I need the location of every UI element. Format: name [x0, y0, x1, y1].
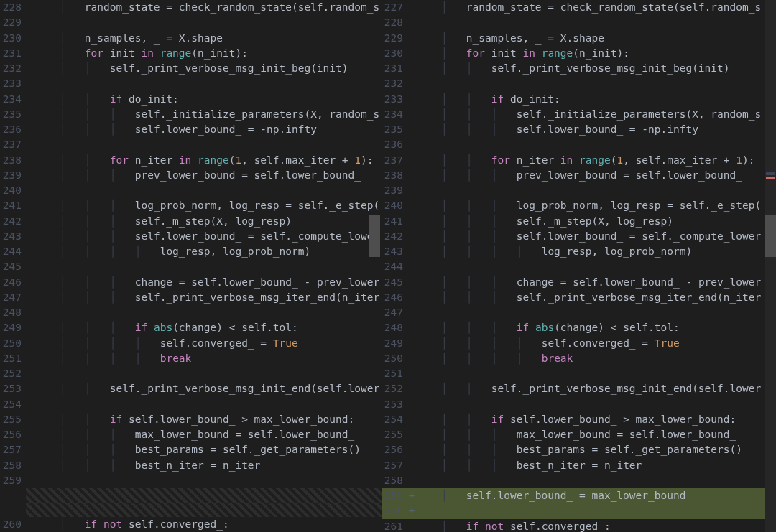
code-line[interactable]: 228: [382, 15, 776, 30]
code-line[interactable]: 229: [0, 15, 382, 30]
scrollbar-thumb[interactable]: [765, 215, 776, 257]
code-line[interactable]: 234 │ │ if do_init:: [0, 92, 382, 107]
code-text: │ │ if self.lower_bound_ > max_lower_bou…: [34, 412, 354, 427]
code-line[interactable]: 243 │ │ │ │ log_resp, log_prob_norm): [382, 244, 776, 259]
code-line[interactable]: 232: [382, 76, 776, 91]
diff-added-line[interactable]: 260+: [382, 503, 776, 518]
code-line[interactable]: 254 │ │ if self.lower_bound_ > max_lower…: [382, 412, 776, 427]
code-line[interactable]: 252 │ │ self._print_verbose_msg_init_end…: [382, 381, 776, 396]
code-line[interactable]: 230 │ n_samples, _ = X.shape: [0, 31, 382, 46]
diff-sign: [407, 0, 416, 15]
code-text: │ │ │ best_params = self._get_parameters…: [416, 442, 742, 457]
code-line[interactable]: 252: [0, 366, 382, 381]
code-line[interactable]: 237 │ │ for n_iter in range(1, self.max_…: [382, 153, 776, 168]
code-line[interactable]: 235 │ │ │ self._initialize_parameters(X,…: [0, 107, 382, 122]
code-line[interactable]: 244 │ │ │ │ log_resp, log_prob_norm): [0, 244, 382, 259]
diff-sign: [407, 153, 416, 168]
code-text: │ │ │ prev_lower_bound = self.lower_boun…: [416, 168, 742, 183]
diff-sign: [407, 107, 416, 122]
diff-sign: [407, 168, 416, 183]
code-line[interactable]: 228 │ random_state = check_random_state(…: [0, 0, 382, 15]
code-line[interactable]: 250 │ │ │ │ break: [382, 351, 776, 366]
code-line[interactable]: 261 │ if not self.converged_:: [382, 519, 776, 533]
code-text: │ │ │ │ self.converged_ = True: [416, 336, 680, 351]
left-scrollbar-thumb[interactable]: [369, 215, 380, 257]
code-line[interactable]: 244: [382, 259, 776, 274]
diff-sign: [26, 168, 34, 183]
code-line[interactable]: 239: [382, 183, 776, 198]
code-line[interactable]: 253 │ │ self._print_verbose_msg_init_end…: [0, 381, 382, 396]
code-line[interactable]: 243 │ │ │ self.lower_bound_ = self._comp…: [0, 229, 382, 244]
diff-sign: [407, 76, 416, 91]
line-number: 248: [382, 320, 407, 335]
line-number: 259: [0, 473, 26, 488]
code-line[interactable]: 251: [382, 366, 776, 381]
code-line[interactable]: 254: [0, 397, 382, 412]
code-line[interactable]: 246 │ │ │ change = self.lower_bound_ - p…: [0, 275, 382, 290]
code-line[interactable]: 258: [382, 473, 776, 488]
code-line[interactable]: 258 │ │ │ best_n_iter = n_iter: [0, 458, 382, 473]
code-line[interactable]: 247 │ │ │ self._print_verbose_msg_iter_e…: [0, 290, 382, 305]
line-number: 228: [382, 15, 407, 30]
code-line[interactable]: 235 │ │ │ self.lower_bound_ = -np.infty: [382, 122, 776, 137]
code-line[interactable]: 227 │ random_state = check_random_state(…: [382, 0, 776, 15]
line-number: 251: [382, 366, 407, 381]
diff-filler-line[interactable]: [0, 488, 382, 503]
code-line[interactable]: 237: [0, 137, 382, 152]
code-line[interactable]: 242 │ │ │ self.lower_bound_ = self._comp…: [382, 229, 776, 244]
code-line[interactable]: 255 │ │ │ max_lower_bound = self.lower_b…: [382, 427, 776, 442]
diff-sign: [407, 198, 416, 213]
code-line[interactable]: 250 │ │ │ │ self.converged_ = True: [0, 336, 382, 351]
code-line[interactable]: 236: [382, 137, 776, 152]
diff-added-line[interactable]: 259+ │ self.lower_bound_ = max_lower_bou…: [382, 488, 776, 503]
code-line[interactable]: 234 │ │ │ self._initialize_parameters(X,…: [382, 107, 776, 122]
code-text: │ │ │ best_n_iter = n_iter: [416, 458, 642, 473]
code-line[interactable]: 247: [382, 305, 776, 320]
code-line[interactable]: 257 │ │ │ best_n_iter = n_iter: [382, 458, 776, 473]
code-line[interactable]: 242 │ │ │ self._m_step(X, log_resp): [0, 214, 382, 229]
code-line[interactable]: 233: [0, 76, 382, 91]
code-line[interactable]: 231 │ for init in range(n_init):: [0, 46, 382, 61]
diff-filler-line[interactable]: [0, 503, 382, 517]
code-text: │ │ for n_iter in range(1, self.max_iter…: [34, 153, 374, 168]
code-line[interactable]: 238 │ │ │ prev_lower_bound = self.lower_…: [382, 168, 776, 183]
code-line[interactable]: 245: [0, 259, 382, 274]
code-line[interactable]: 241 │ │ │ log_prob_norm, log_resp = self…: [0, 198, 382, 213]
code-line[interactable]: 241 │ │ │ self._m_step(X, log_resp): [382, 214, 776, 229]
diff-sign: [26, 473, 34, 488]
left-pane[interactable]: 228 │ random_state = check_random_state(…: [0, 0, 382, 532]
code-line[interactable]: 229 │ n_samples, _ = X.shape: [382, 31, 776, 46]
code-line[interactable]: 251 │ │ │ │ break: [0, 351, 382, 366]
code-line[interactable]: 236 │ │ │ self.lower_bound_ = -np.infty: [0, 122, 382, 137]
code-line[interactable]: 248: [0, 305, 382, 320]
code-line[interactable]: 253: [382, 397, 776, 412]
code-line[interactable]: 230 │ for init in range(n_init):: [382, 46, 776, 61]
code-text: │ n_samples, _ = X.shape: [416, 31, 604, 46]
code-line[interactable]: 249 │ │ │ │ self.converged_ = True: [382, 336, 776, 351]
code-line[interactable]: 256 │ │ │ max_lower_bound = self.lower_b…: [0, 427, 382, 442]
code-line[interactable]: 260 │ if not self.converged_:: [0, 517, 382, 532]
diff-sign: [26, 427, 34, 442]
code-line[interactable]: 245 │ │ │ change = self.lower_bound_ - p…: [382, 275, 776, 290]
line-number: 255: [382, 427, 407, 442]
line-number: 233: [382, 92, 407, 107]
code-line[interactable]: 255 │ │ if self.lower_bound_ > max_lower…: [0, 412, 382, 427]
code-line[interactable]: 249 │ │ │ if abs(change) < self.tol:: [0, 320, 382, 335]
code-text: │ n_samples, _ = X.shape: [34, 31, 223, 46]
code-line[interactable]: 239 │ │ │ prev_lower_bound = self.lower_…: [0, 168, 382, 183]
code-line[interactable]: 233 │ │ if do_init:: [382, 92, 776, 107]
code-line[interactable]: 246 │ │ │ self._print_verbose_msg_iter_e…: [382, 290, 776, 305]
code-line[interactable]: 257 │ │ │ best_params = self._get_parame…: [0, 442, 382, 457]
code-line[interactable]: 256 │ │ │ best_params = self._get_parame…: [382, 442, 776, 457]
line-number: 237: [382, 153, 407, 168]
code-line[interactable]: 259: [0, 473, 382, 488]
code-line[interactable]: 231 │ │ self._print_verbose_msg_init_beg…: [382, 61, 776, 76]
code-line[interactable]: 232 │ │ self._print_verbose_msg_init_beg…: [0, 61, 382, 76]
right-pane[interactable]: 227 │ random_state = check_random_state(…: [382, 0, 776, 532]
code-line[interactable]: 238 │ │ for n_iter in range(1, self.max_…: [0, 153, 382, 168]
code-line[interactable]: 240: [0, 183, 382, 198]
line-number: 230: [0, 31, 26, 46]
scrollbar-track[interactable]: [765, 0, 776, 532]
code-line[interactable]: 240 │ │ │ log_prob_norm, log_resp = self…: [382, 198, 776, 213]
code-line[interactable]: 248 │ │ │ if abs(change) < self.tol:: [382, 320, 776, 335]
